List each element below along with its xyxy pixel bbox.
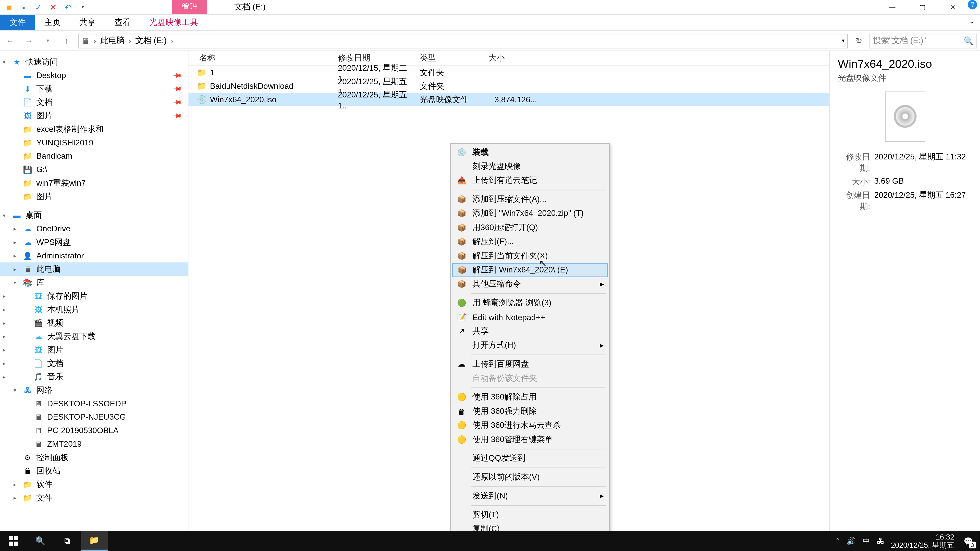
tree-item[interactable]: ▸🎵音乐	[0, 370, 188, 383]
refresh-button[interactable]: ↻	[852, 34, 865, 48]
address-bar[interactable]: 🖥 此电脑 文档 (E:) ▾	[78, 33, 848, 48]
breadcrumb-item[interactable]: 此电脑	[100, 35, 124, 46]
tree-libraries[interactable]: ▾📚库	[0, 276, 188, 289]
save-icon[interactable]: ▪	[19, 2, 28, 12]
tree-item[interactable]: ▸🖼图片	[0, 343, 188, 357]
tree-item[interactable]: ▬Desktop📌	[0, 68, 188, 82]
ribbon-tab-home[interactable]: 主页	[35, 15, 70, 30]
notifications-button[interactable]: 💬3	[961, 534, 976, 548]
maximize-button[interactable]: ▢	[907, 0, 938, 14]
ribbon-tab-view[interactable]: 查看	[105, 15, 140, 30]
tree-item[interactable]: ▸🎬视频	[0, 316, 188, 330]
tree-item[interactable]: 🗑回收站	[0, 464, 188, 478]
tree-item[interactable]: 📄文档📌	[0, 95, 188, 109]
col-type[interactable]: 类型	[420, 52, 488, 64]
minimize-button[interactable]: —	[877, 0, 907, 14]
context-tab-manage[interactable]: 管理	[172, 0, 207, 14]
tree-quick-access[interactable]: ▾★快速访问	[0, 55, 188, 68]
menu-item[interactable]: 📤上传到有道云笔记	[452, 173, 608, 187]
delete-icon[interactable]: ✕	[48, 2, 58, 12]
menu-item[interactable]: 剪切(T)	[452, 508, 608, 522]
menu-item[interactable]: 📦解压到 Win7x64_2020\ (E)	[452, 263, 608, 277]
tree-item[interactable]: ⬇下载📌	[0, 82, 188, 96]
tree-item[interactable]: 📁win7重装win7	[0, 176, 188, 190]
task-view-button[interactable]: ⧉	[54, 531, 81, 551]
menu-item[interactable]: 📦解压到当前文件夹(X)	[452, 249, 608, 263]
nav-tree[interactable]: ▾★快速访问 ▬Desktop📌 ⬇下载📌 📄文档📌 🖼图片📌 📁excel表格…	[0, 51, 188, 536]
col-name[interactable]: 名称	[188, 52, 338, 64]
tree-item[interactable]: 💾G:\	[0, 163, 188, 176]
undo-icon[interactable]: ↶	[63, 2, 73, 12]
menu-item[interactable]: 刻录光盘映像	[452, 159, 608, 173]
clock[interactable]: 16:32 2020/12/25, 星期五	[891, 533, 954, 549]
nav-forward-button[interactable]: →	[21, 33, 36, 48]
list-row[interactable]: 📁 BaiduNetdiskDownload 2020/12/25, 星期五 1…	[188, 79, 829, 93]
tree-item[interactable]: 📁Bandicam	[0, 149, 188, 163]
breadcrumb-item[interactable]: 文档 (E:)	[135, 35, 167, 46]
tree-item[interactable]: ▸👤Administrator	[0, 249, 188, 262]
menu-item[interactable]: 发送到(N)▶	[452, 489, 608, 503]
menu-item[interactable]: 📦添加到压缩文件(A)...	[452, 192, 608, 206]
col-size[interactable]: 大小	[488, 52, 536, 64]
ime-indicator[interactable]: 中	[862, 536, 870, 546]
tree-item[interactable]: 📁excel表格制作求和	[0, 122, 188, 136]
tree-network[interactable]: ▾🖧网络	[0, 383, 188, 397]
start-button[interactable]	[0, 531, 27, 551]
menu-item[interactable]: ↗共享	[452, 324, 608, 338]
nav-back-button[interactable]: ←	[3, 33, 18, 48]
menu-item[interactable]: 📦其他压缩命令▶	[452, 277, 608, 291]
tree-desktop[interactable]: ▾▬桌面	[0, 208, 188, 222]
menu-item[interactable]: 还原以前的版本(V)	[452, 470, 608, 484]
check-icon[interactable]: ✓	[34, 2, 43, 12]
tray-chevron-icon[interactable]: ˄	[836, 537, 840, 545]
tree-item[interactable]: ▸☁天翼云盘下载	[0, 330, 188, 343]
search-input[interactable]: 搜索"文档 (E:)" 🔍	[870, 33, 977, 48]
tree-item[interactable]: 🖥DESKTOP-LSSOEDP	[0, 397, 188, 410]
ribbon-tab-file[interactable]: 文件	[0, 15, 35, 30]
ribbon-tab-share[interactable]: 共享	[70, 15, 105, 30]
menu-item[interactable]: ☁上传到百度网盘	[452, 357, 608, 371]
tree-item[interactable]: ⚙控制面板	[0, 451, 188, 464]
tree-item[interactable]: ▸☁WPS网盘	[0, 235, 188, 249]
menu-item-label: 使用 360进行木马云查杀	[473, 420, 561, 431]
tree-item[interactable]: ▸📁文件	[0, 491, 188, 505]
close-button[interactable]: ✕	[937, 0, 968, 14]
ribbon-tab-disc-tools[interactable]: 光盘映像工具	[140, 15, 207, 30]
tree-item[interactable]: 📁图片	[0, 190, 188, 203]
menu-item[interactable]: 🟡使用 360解除占用	[452, 390, 608, 404]
nav-up-button[interactable]: ↑	[59, 33, 74, 48]
menu-item[interactable]: 打开方式(H)▶	[452, 338, 608, 352]
network-icon[interactable]: 🖧	[877, 537, 884, 545]
menu-item[interactable]: 📦添加到 "Win7x64_2020.zip" (T)	[452, 206, 608, 221]
tree-item[interactable]: ▸📁软件	[0, 478, 188, 491]
tree-this-pc[interactable]: ▸🖥此电脑	[0, 262, 188, 276]
explorer-taskbar-button[interactable]: 📁	[81, 531, 107, 551]
menu-item[interactable]: 🟡使用 360管理右键菜单	[452, 433, 608, 447]
nav-history-dropdown[interactable]: ▾	[40, 33, 55, 48]
menu-item[interactable]: 🟢用 蜂蜜浏览器 浏览(3)	[452, 296, 608, 310]
tree-item[interactable]: 🖼图片📌	[0, 109, 188, 122]
tree-item[interactable]: ▸📄文档	[0, 357, 188, 370]
list-row-selected[interactable]: 💿 Win7x64_2020.iso 2020/12/25, 星期五 1... …	[188, 93, 829, 106]
tree-item[interactable]: ▸🖼保存的图片	[0, 289, 188, 303]
tree-item[interactable]: ▸🖼本机照片	[0, 303, 188, 316]
menu-item[interactable]: 📝Edit with Notepad++	[452, 310, 608, 324]
volume-icon[interactable]: 🔊	[846, 537, 856, 545]
tree-item[interactable]: 🖥PC-20190530OBLA	[0, 424, 188, 437]
address-dropdown-icon[interactable]: ▾	[842, 38, 845, 44]
ribbon-expand-icon[interactable]: ⌄	[964, 15, 980, 30]
tree-item[interactable]: 🖥DESKTOP-NJEU3CG	[0, 410, 188, 424]
search-button[interactable]: 🔍	[27, 531, 54, 551]
tree-item[interactable]: ▸☁OneDrive	[0, 222, 188, 235]
menu-item[interactable]: 🗑使用 360强力删除	[452, 404, 608, 418]
help-icon[interactable]: ?	[968, 0, 977, 9]
tree-item[interactable]: 📁YUNQISHI2019	[0, 136, 188, 149]
menu-item[interactable]: 通过QQ发送到	[452, 451, 608, 465]
menu-item[interactable]: 📦解压到(F)...	[452, 235, 608, 249]
menu-item[interactable]: 📦用360压缩打开(Q)	[452, 221, 608, 235]
qat-dropdown-icon[interactable]: ▾	[78, 2, 88, 12]
menu-item[interactable]: 💿装载	[452, 145, 608, 159]
tree-item[interactable]: 🖥ZMT2019	[0, 437, 188, 451]
list-row[interactable]: 📁 1 2020/12/15, 星期二 1... 文件夹	[188, 66, 829, 79]
menu-item[interactable]: 🟡使用 360进行木马云查杀	[452, 418, 608, 432]
